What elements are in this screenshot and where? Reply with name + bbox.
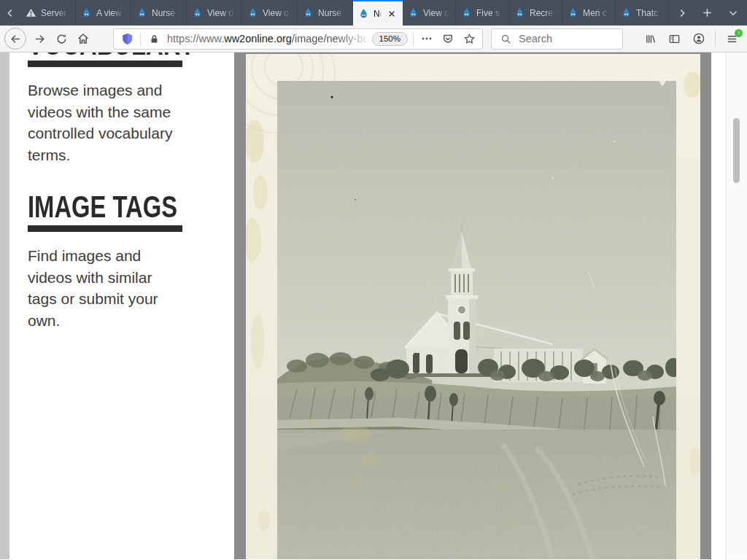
search-bar[interactable]: Search	[491, 28, 623, 50]
library-icon[interactable]	[640, 28, 661, 50]
vocabulary-description: Browse images and videos with the same c…	[28, 79, 184, 166]
image-tags-description: Find images and videos with similar tags…	[28, 245, 184, 331]
scroll-tabs-left-button[interactable]	[0, 0, 20, 26]
search-icon	[498, 31, 514, 47]
url-scheme: https://www.	[167, 33, 224, 44]
image-tags-section: IMAGE TAGS Find images and videos with s…	[28, 192, 220, 331]
drupal-site-icon	[621, 7, 632, 18]
drupal-site-icon	[303, 7, 314, 18]
page-content: VOCABULARY Browse images and videos with…	[0, 52, 747, 559]
browser-tab[interactable]: View o	[187, 0, 242, 26]
divider	[715, 31, 716, 46]
browser-tab-active[interactable]: Ne	[353, 0, 403, 26]
tab-title: Nurse	[318, 8, 347, 18]
update-available-badge: ↑	[735, 29, 743, 37]
toolbar-right-icons: ↑	[640, 28, 743, 50]
divider	[140, 33, 141, 45]
save-to-pocket-icon[interactable]	[440, 31, 456, 47]
lock-icon[interactable]	[146, 31, 162, 47]
heading-rule	[28, 225, 182, 232]
back-button[interactable]	[4, 28, 26, 50]
tracking-protection-shield-icon[interactable]	[119, 31, 135, 47]
image-tags-heading: IMAGE TAGS	[28, 192, 177, 222]
search-placeholder: Search	[519, 33, 552, 44]
drupal-site-icon	[514, 7, 525, 18]
tab-title: View o	[423, 8, 450, 18]
browser-tab[interactable]: Nurse	[131, 0, 187, 26]
warning-icon	[26, 7, 36, 18]
page-actions-ellipsis-icon[interactable]	[419, 31, 435, 47]
tab-title: Nurse	[152, 8, 181, 18]
url-path: /image/newly-buil	[292, 33, 367, 44]
zoom-level-badge[interactable]: 150%	[372, 32, 408, 46]
url-bar[interactable]: https://www.ww2online.org/image/newly-bu…	[113, 28, 483, 50]
drupal-site-icon	[81, 7, 92, 18]
sidebar-toggle-icon[interactable]	[664, 28, 685, 50]
menu-hamburger-icon[interactable]: ↑	[721, 28, 743, 50]
scrollbar-thumb[interactable]	[733, 118, 740, 183]
browser-tab[interactable]: View o	[242, 0, 298, 26]
url-text: https://www.ww2online.org/image/newly-bu…	[167, 33, 367, 44]
vocabulary-heading: VOCABULARY	[28, 52, 196, 58]
account-icon[interactable]	[688, 28, 709, 50]
drupal-site-icon	[358, 8, 369, 19]
drupal-site-icon	[192, 7, 203, 18]
page-sidebar: VOCABULARY Browse images and videos with…	[9, 52, 234, 559]
church-photo	[246, 54, 700, 559]
url-host: ww2online.org	[224, 33, 292, 44]
tab-title: View o	[263, 8, 292, 18]
browser-tab[interactable]: Server	[20, 0, 76, 26]
tab-title: Thatc	[636, 8, 663, 18]
tab-title: Five s	[476, 8, 503, 18]
browser-tab[interactable]: Men c	[562, 0, 616, 26]
browser-tab-bar: Server A view Nurse View o View o Nurse …	[0, 0, 747, 26]
drupal-site-icon	[408, 7, 419, 18]
drupal-site-icon	[136, 7, 147, 18]
page-background-gutter	[0, 52, 9, 559]
close-tab-icon[interactable]	[386, 8, 398, 20]
page-background-right	[711, 52, 726, 559]
home-button[interactable]	[72, 28, 94, 50]
reload-button[interactable]	[50, 28, 72, 50]
browser-tab[interactable]: Five s	[456, 0, 509, 26]
tab-title: Ne	[374, 9, 382, 19]
drupal-site-icon	[461, 7, 472, 18]
drupal-site-icon	[568, 7, 578, 18]
tab-title: Recre	[530, 8, 557, 18]
heading-rule	[28, 61, 182, 67]
new-tab-button[interactable]	[694, 0, 720, 26]
drupal-site-icon	[247, 7, 258, 18]
browser-scrollbar[interactable]	[726, 52, 747, 559]
scroll-tabs-right-button[interactable]	[669, 0, 694, 26]
divider	[413, 33, 414, 45]
tab-title: Server	[41, 8, 70, 18]
browser-tab[interactable]: A view	[76, 0, 131, 26]
browser-tab[interactable]: Nurse	[298, 0, 353, 26]
tab-title: View o	[207, 8, 236, 18]
tab-title: Men c	[583, 8, 610, 18]
browser-tab[interactable]: Thatc	[616, 0, 669, 26]
tab-title: A view	[96, 8, 125, 18]
bookmark-star-icon[interactable]	[461, 31, 477, 47]
navigation-toolbar: https://www.ww2online.org/image/newly-bu…	[0, 26, 747, 52]
browser-tab[interactable]: Recre	[509, 0, 562, 26]
image-viewer-region	[234, 52, 711, 559]
list-all-tabs-button[interactable]	[720, 0, 746, 26]
vocabulary-section-heading-clipped: VOCABULARY	[28, 52, 220, 58]
forward-button[interactable]	[28, 28, 50, 50]
browser-tab[interactable]: View o	[403, 0, 456, 26]
